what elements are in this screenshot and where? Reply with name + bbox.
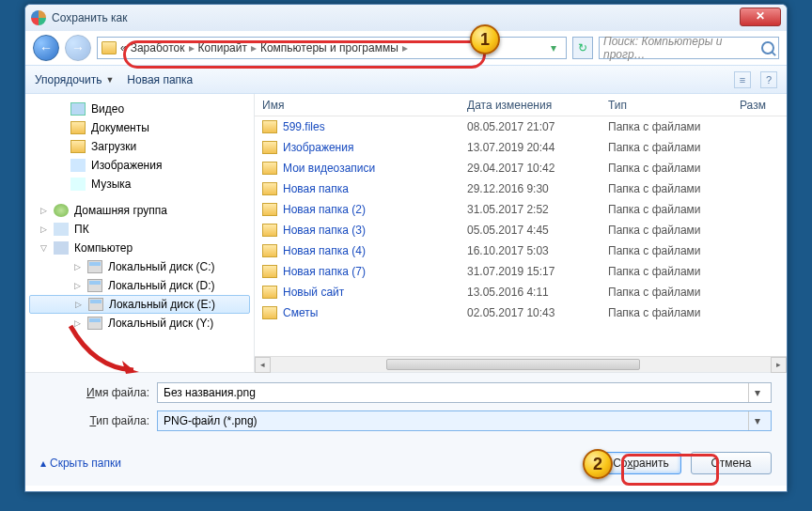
tree-drive-d[interactable]: ▷Локальный диск (D:) <box>25 276 254 295</box>
chevron-right-icon: ▷ <box>74 281 81 290</box>
table-row[interactable]: Изображения13.07.2019 20:44Папка с файла… <box>255 137 787 158</box>
chevron-right-icon: ▸ <box>251 41 257 54</box>
view-options-button[interactable]: ≡ <box>734 71 751 88</box>
search-input[interactable]: Поиск: Компьютеры и прогр… <box>599 37 779 59</box>
folder-icon <box>262 244 277 257</box>
crumb-2[interactable]: Копирайт <box>198 41 247 54</box>
filetype-select[interactable]: PNG-файл (*.png)▾ <box>157 410 772 431</box>
file-name: Сметы <box>283 306 467 319</box>
window-title: Сохранить как <box>52 11 127 24</box>
cancel-button[interactable]: Отмена <box>691 452 772 474</box>
tree-downloads[interactable]: Загрузки <box>25 137 254 156</box>
new-folder-button[interactable]: Новая папка <box>127 73 193 86</box>
titlebar[interactable]: Сохранить как ✕ <box>25 5 787 31</box>
close-button[interactable]: ✕ <box>740 8 781 26</box>
file-name: Новая папка (7) <box>283 265 467 278</box>
refresh-button[interactable]: ↻ <box>572 37 593 59</box>
chevron-down-icon: ▽ <box>40 243 47 253</box>
filetype-label: Тип файла: <box>40 414 157 427</box>
tree-drive-y[interactable]: ▷Локальный диск (Y:) <box>25 314 254 333</box>
callout-1: 1 <box>470 24 500 54</box>
col-name[interactable]: Имя <box>262 99 467 112</box>
address-dropdown[interactable]: ▾ <box>545 41 562 54</box>
folder-icon <box>262 224 277 237</box>
table-row[interactable]: Новая папка (3)05.05.2017 4:45Папка с фа… <box>255 220 787 240</box>
folder-icon <box>262 182 277 195</box>
tree-drive-c[interactable]: ▷Локальный диск (C:) <box>25 257 254 276</box>
chevron-down-icon[interactable]: ▾ <box>748 383 765 402</box>
nav-area: ← → « Заработок ▸ Копирайт ▸ Компьютеры … <box>25 31 787 65</box>
chevron-up-icon: ▴ <box>40 457 46 470</box>
table-row[interactable]: 599.files08.05.2017 21:07Папка с файлами <box>255 116 787 137</box>
organize-button[interactable]: Упорядочить▼ <box>35 73 114 86</box>
folder-icon <box>262 265 277 278</box>
file-name: 599.files <box>283 120 467 133</box>
folder-icon <box>262 141 277 154</box>
tree-documents[interactable]: Документы <box>25 118 254 137</box>
table-row[interactable]: Новая папка (7)31.07.2019 15:17Папка с ф… <box>255 261 787 282</box>
file-name: Новая папка (2) <box>283 203 467 216</box>
chevron-right-icon: ▸ <box>402 41 408 54</box>
folder-icon <box>262 120 277 133</box>
folder-tree[interactable]: Видео Документы Загрузки Изображения Муз… <box>25 94 255 372</box>
crumb-3[interactable]: Компьютеры и программы <box>260 41 398 54</box>
table-row[interactable]: Новая папка (4)16.10.2017 5:03Папка с фа… <box>255 240 787 261</box>
chevron-right-icon: ▷ <box>40 225 47 234</box>
toolbar: Упорядочить▼ Новая папка ≡ ? <box>25 65 787 94</box>
scroll-thumb[interactable] <box>386 359 640 370</box>
chevron-down-icon: ▼ <box>105 75 114 85</box>
save-dialog: Сохранить как ✕ ← → « Заработок ▸ Копира… <box>24 4 788 492</box>
file-name: Новый сайт <box>283 286 467 299</box>
chevron-right-icon: ▷ <box>74 262 81 271</box>
chevron-right-icon: ▷ <box>74 318 81 328</box>
callout-2: 2 <box>583 449 613 479</box>
chevron-right-icon: ▷ <box>75 300 82 309</box>
table-row[interactable]: Сметы02.05.2017 10:43Папка с файлами <box>255 302 787 323</box>
save-form: Имя файла: Без названия.png▾ Тип файла: … <box>25 372 787 444</box>
tree-pc[interactable]: ▷ПК <box>25 220 254 239</box>
folder-icon <box>262 162 277 175</box>
folder-icon <box>262 203 277 216</box>
filename-label: Имя файла: <box>40 386 157 399</box>
table-row[interactable]: Новая папка29.12.2016 9:30Папка с файлам… <box>255 178 787 199</box>
filename-input[interactable]: Без названия.png▾ <box>157 382 772 403</box>
scroll-right-button[interactable]: ▸ <box>771 357 787 373</box>
tree-video[interactable]: Видео <box>25 100 254 118</box>
table-row[interactable]: Новый сайт13.05.2016 4:11Папка с файлами <box>255 282 787 302</box>
table-row[interactable]: Новая папка (2)31.05.2017 2:52Папка с фа… <box>255 199 787 220</box>
file-name: Мои видеозаписи <box>283 162 467 175</box>
tree-drive-e[interactable]: ▷Локальный диск (E:) <box>29 295 250 314</box>
chevron-down-icon[interactable]: ▾ <box>748 411 765 430</box>
crumb-1[interactable]: Заработок <box>131 41 185 54</box>
horizontal-scrollbar[interactable]: ◂ ▸ <box>255 356 787 372</box>
folder-icon <box>102 41 117 54</box>
hide-folders-link[interactable]: ▴Скрыть папки <box>40 457 121 470</box>
folder-icon <box>262 286 277 299</box>
search-placeholder: Поиск: Компьютеры и прогр… <box>603 35 761 61</box>
search-icon <box>761 41 774 54</box>
scroll-left-button[interactable]: ◂ <box>255 357 271 373</box>
col-type[interactable]: Тип <box>608 99 740 112</box>
file-name: Изображения <box>283 141 467 154</box>
tree-homegroup[interactable]: ▷Домашняя группа <box>25 201 254 220</box>
file-name: Новая папка <box>283 182 467 195</box>
help-button[interactable]: ? <box>760 71 777 88</box>
table-row[interactable]: Мои видеозаписи29.04.2017 10:42Папка с ф… <box>255 158 787 178</box>
file-name: Новая папка (3) <box>283 224 467 237</box>
chevron-right-icon: ▷ <box>40 206 47 215</box>
column-headers[interactable]: Имя Дата изменения Тип Разм <box>255 94 787 116</box>
tree-computer[interactable]: ▽Компьютер <box>25 239 254 257</box>
file-name: Новая папка (4) <box>283 244 467 257</box>
col-size[interactable]: Разм <box>740 99 787 112</box>
col-date[interactable]: Дата изменения <box>467 99 608 112</box>
chevron-right-icon: ▸ <box>189 41 195 54</box>
file-list: Имя Дата изменения Тип Разм 599.files08.… <box>255 94 787 372</box>
tree-images[interactable]: Изображения <box>25 156 254 175</box>
tree-music[interactable]: Музыка <box>25 175 254 194</box>
forward-button[interactable]: → <box>65 35 91 61</box>
chrome-icon <box>31 10 46 25</box>
dialog-footer: ▴Скрыть папки Сохранить Отмена <box>25 444 787 486</box>
folder-icon <box>262 306 277 319</box>
back-button[interactable]: ← <box>33 35 59 61</box>
